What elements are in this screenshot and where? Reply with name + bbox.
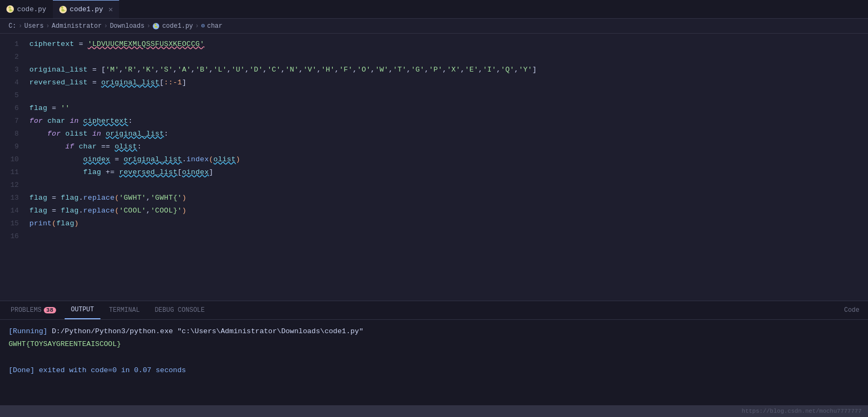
tab-output[interactable]: OUTPUT <box>65 301 100 319</box>
done-line: [Done] exited with code=0 in 0.07 second… <box>9 364 859 377</box>
done-line-spacer <box>9 351 859 364</box>
line-content-1: ciphertext = 'LDVUUCMEXMLQSSFUSXKEOCCG' <box>29 38 868 51</box>
terminal-tab-bar: PROBLEMS 38 OUTPUT TERMINAL DEBUG CONSOL… <box>0 301 868 320</box>
problems-badge: 38 <box>44 307 56 313</box>
line-num-9: 9 <box>0 140 29 153</box>
line-content-9: if char == olist: <box>29 140 868 153</box>
run-command: D:/Python/Python3/python.exe "c:\Users\A… <box>52 327 363 335</box>
line-content-8: for olist in original_list: <box>29 128 868 140</box>
line-content-10: oindex = original_list.index(olist) <box>29 153 868 166</box>
breadcrumb-file-icon: 🐍 <box>153 23 159 29</box>
breadcrumb: C: › Users › Administrator › Downloads ›… <box>0 19 868 34</box>
code-line-14: 14 flag = flag.replace('COOL','COOL}') <box>0 204 868 217</box>
code-line-10: 10 oindex = original_list.index(olist) <box>0 153 868 166</box>
code-line-11: 11 flag += reversed_list[oindex] <box>0 166 868 179</box>
tab-problems-label: PROBLEMS <box>11 306 42 314</box>
line-num-3: 3 <box>0 64 29 76</box>
tab-problems[interactable]: PROBLEMS 38 <box>4 301 62 319</box>
output-result-line: GWHT{TOYSAYGREENTEAISCOOL} <box>9 338 859 351</box>
code-editor[interactable]: 1 ciphertext = 'LDVUUCMEXMLQSSFUSXKEOCCG… <box>0 34 868 301</box>
tab-icon-code-py: 🐍 <box>6 5 14 13</box>
tab-terminal-label: TERMINAL <box>109 306 140 314</box>
code-line-2: 2 <box>0 51 868 64</box>
line-num-4: 4 <box>0 76 29 89</box>
line-num-6: 6 <box>0 102 29 115</box>
line-num-7: 7 <box>0 115 29 128</box>
tab-debug-console[interactable]: DEBUG CONSOLE <box>148 301 212 319</box>
line-content-11: flag += reversed_list[oindex] <box>29 166 868 179</box>
line-num-15: 15 <box>0 217 29 230</box>
terminal-panel: PROBLEMS 38 OUTPUT TERMINAL DEBUG CONSOL… <box>0 301 868 405</box>
breadcrumb-c[interactable]: C: <box>9 22 16 30</box>
code-lines: 1 ciphertext = 'LDVUUCMEXMLQSSFUSXKEOCCG… <box>0 34 868 247</box>
line-num-10: 10 <box>0 153 29 166</box>
code-line-12: 12 <box>0 179 868 192</box>
tab-debug-label: DEBUG CONSOLE <box>155 306 205 314</box>
tab-code1-py[interactable]: 🐍 code1.py ✕ <box>53 0 120 18</box>
status-bar: https://blog.csdn.net/mochu7777777 <box>0 405 868 417</box>
line-num-12: 12 <box>0 179 29 192</box>
line-num-14: 14 <box>0 204 29 217</box>
code-line-5: 5 <box>0 89 868 102</box>
tab-bar: 🐍 code.py 🐍 code1.py ✕ <box>0 0 868 19</box>
breadcrumb-char[interactable]: char <box>207 22 223 30</box>
code-line-16: 16 <box>0 230 868 243</box>
code-line-15: 15 print(flag) <box>0 217 868 230</box>
done-text: [Done] exited with code=0 in 0.07 second… <box>9 366 186 374</box>
tab-label-code-py: code.py <box>17 5 46 13</box>
run-prefix: [Running] <box>9 327 52 335</box>
line-num-2: 2 <box>0 51 29 64</box>
line-content-4: reversed_list = original_list[::-1] <box>29 76 868 89</box>
line-num-1: 1 <box>0 38 29 51</box>
line-num-8: 8 <box>0 128 29 140</box>
run-command-line: [Running] D:/Python/Python3/python.exe "… <box>9 325 859 338</box>
status-url: https://blog.csdn.net/mochu7777777 <box>742 408 862 414</box>
line-content-13: flag = flag.replace('GWHT','GWHT{') <box>29 192 868 204</box>
line-num-16: 16 <box>0 230 29 243</box>
breadcrumb-downloads[interactable]: Downloads <box>110 22 145 30</box>
output-result: GWHT{TOYSAYGREENTEAISCOOL} <box>9 340 121 348</box>
line-content-14: flag = flag.replace('COOL','COOL}') <box>29 204 868 217</box>
code-line-8: 8 for olist in original_list: <box>0 128 868 140</box>
code-line-4: 4 reversed_list = original_list[::-1] <box>0 76 868 89</box>
terminal-right-label: Code <box>844 306 864 314</box>
line-content-6: flag = '' <box>29 102 868 115</box>
breadcrumb-symbol[interactable]: ⊙ <box>201 22 205 30</box>
code-line-6: 6 flag = '' <box>0 102 868 115</box>
code-line-9: 9 if char == olist: <box>0 140 868 153</box>
line-content-3: original_list = ['M','R','K','S','A','B'… <box>29 64 868 76</box>
tab-label-code1-py: code1.py <box>70 5 103 13</box>
line-content-7: for char in ciphertext: <box>29 115 868 128</box>
main-content: 1 ciphertext = 'LDVUUCMEXMLQSSFUSXKEOCCG… <box>0 34 868 405</box>
tab-terminal[interactable]: TERMINAL <box>103 301 146 319</box>
code-line-3: 3 original_list = ['M','R','K','S','A','… <box>0 64 868 76</box>
tab-output-label: OUTPUT <box>71 306 94 313</box>
code-line-7: 7 for char in ciphertext: <box>0 115 868 128</box>
tab-code-py[interactable]: 🐍 code.py <box>0 0 53 18</box>
breadcrumb-administrator[interactable]: Administrator <box>52 22 102 30</box>
code-line-1: 1 ciphertext = 'LDVUUCMEXMLQSSFUSXKEOCCG… <box>0 38 868 51</box>
code-line-13: 13 flag = flag.replace('GWHT','GWHT{') <box>0 192 868 204</box>
terminal-output: [Running] D:/Python/Python3/python.exe "… <box>0 320 868 405</box>
tab-icon-code1-py: 🐍 <box>59 6 67 13</box>
line-num-5: 5 <box>0 89 29 102</box>
tab-close-code1-py[interactable]: ✕ <box>108 6 113 13</box>
line-num-11: 11 <box>0 166 29 179</box>
breadcrumb-file[interactable]: code1.py <box>162 22 193 30</box>
line-content-15: print(flag) <box>29 217 868 230</box>
breadcrumb-users[interactable]: Users <box>25 22 44 30</box>
line-num-13: 13 <box>0 192 29 204</box>
